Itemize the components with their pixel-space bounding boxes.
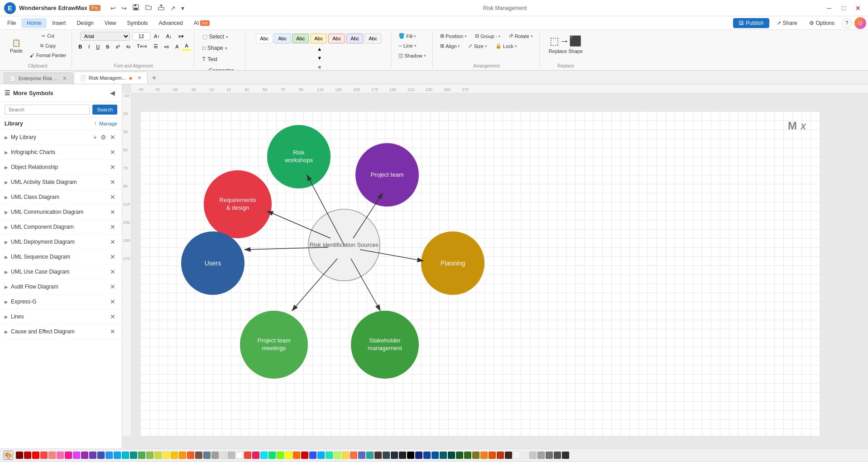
uml-deploy-close-btn[interactable]: ✕ bbox=[108, 237, 117, 246]
sidebar-item-uml-deployment[interactable]: ▶ UML Deployment Diagram ✕ bbox=[0, 235, 122, 250]
color-swatch[interactable] bbox=[472, 452, 480, 459]
help-button[interactable]: ? bbox=[842, 18, 852, 28]
maximize-button[interactable]: □ bbox=[837, 2, 850, 14]
cause-effect-close-btn[interactable]: ✕ bbox=[108, 327, 117, 336]
lock-button[interactable]: 🔒Lock▾ bbox=[492, 42, 521, 50]
underline-button[interactable]: U bbox=[93, 43, 102, 50]
color-swatch[interactable] bbox=[228, 452, 235, 459]
color-swatch[interactable] bbox=[374, 452, 382, 459]
tab-close-1[interactable]: ✕ bbox=[137, 75, 142, 81]
color-swatch[interactable] bbox=[537, 452, 545, 459]
menu-item-symbols[interactable]: Symbols bbox=[122, 18, 153, 28]
audit-close-btn[interactable]: ✕ bbox=[108, 282, 117, 291]
styles-expand-up[interactable]: ▲ bbox=[314, 45, 325, 53]
sidebar-item-uml-activity[interactable]: ▶ UML Activity State Diagram ✕ bbox=[0, 175, 122, 190]
redo-button[interactable]: ↪ bbox=[119, 3, 129, 14]
connector-tool-button[interactable]: ↝Connector▾ bbox=[198, 66, 242, 71]
color-swatch[interactable] bbox=[285, 452, 292, 459]
color-swatch[interactable] bbox=[464, 452, 471, 459]
color-swatch[interactable] bbox=[163, 452, 170, 459]
style-swatch-7[interactable]: Abc bbox=[364, 34, 381, 43]
node-stakeholder[interactable]: Stakeholdermanagement bbox=[351, 311, 419, 379]
color-swatch[interactable] bbox=[179, 452, 186, 459]
color-swatch[interactable] bbox=[342, 452, 349, 459]
menu-item-insert[interactable]: Insert bbox=[47, 18, 71, 28]
align-button[interactable]: ≡▾ bbox=[176, 33, 187, 40]
publish-button[interactable]: 🖫Publish bbox=[733, 18, 769, 28]
style-swatch-6[interactable]: Abc bbox=[346, 34, 363, 43]
bold-button[interactable]: B bbox=[76, 43, 85, 50]
color-swatch[interactable] bbox=[40, 452, 48, 459]
style-swatch-4[interactable]: Abc bbox=[310, 34, 327, 43]
line-button[interactable]: ─Line▾ bbox=[395, 42, 430, 50]
color-swatch[interactable] bbox=[73, 452, 80, 459]
color-swatch[interactable] bbox=[383, 452, 390, 459]
my-library-settings-btn[interactable]: ⚙ bbox=[99, 133, 108, 142]
color-swatch[interactable] bbox=[269, 452, 276, 459]
color-swatch[interactable] bbox=[252, 452, 259, 459]
color-swatch[interactable] bbox=[456, 452, 463, 459]
color-swatch[interactable] bbox=[16, 452, 23, 459]
infographic-close-btn[interactable]: ✕ bbox=[108, 148, 117, 157]
color-swatch[interactable] bbox=[32, 452, 39, 459]
tab-close-0[interactable]: ✕ bbox=[62, 75, 67, 82]
color-swatch[interactable] bbox=[407, 452, 414, 459]
color-swatch[interactable] bbox=[122, 452, 129, 459]
text-width-button[interactable]: T⟺ bbox=[134, 43, 150, 50]
color-swatch[interactable] bbox=[146, 452, 153, 459]
color-swatch[interactable] bbox=[334, 452, 341, 459]
share-icon-button[interactable]: ↗ bbox=[168, 3, 178, 14]
sidebar-item-infographic[interactable]: ▶ Infographic Charts ✕ bbox=[0, 145, 122, 160]
color-swatch[interactable] bbox=[154, 452, 162, 459]
color-swatch[interactable] bbox=[211, 452, 219, 459]
color-swatch[interactable] bbox=[97, 452, 105, 459]
font-size-down-button[interactable]: A↓ bbox=[163, 33, 175, 40]
node-center[interactable]: Risk identification Sources bbox=[308, 209, 380, 281]
position-button[interactable]: ⊞Position▾ bbox=[436, 32, 470, 40]
menu-item-design[interactable]: Design bbox=[71, 18, 99, 28]
style-swatch-5[interactable]: Abc bbox=[328, 34, 345, 43]
color-swatch[interactable] bbox=[415, 452, 422, 459]
color-swatch[interactable] bbox=[171, 452, 178, 459]
my-library-add-btn[interactable]: + bbox=[91, 133, 99, 142]
node-users[interactable]: Users bbox=[181, 231, 245, 295]
color-swatch[interactable] bbox=[326, 452, 333, 459]
subscript-button[interactable]: x₂ bbox=[124, 43, 134, 50]
uml-seq-close-btn[interactable]: ✕ bbox=[108, 252, 117, 261]
menu-item-view[interactable]: View bbox=[99, 18, 122, 28]
color-swatch[interactable] bbox=[130, 452, 137, 459]
tab-1[interactable]: 📄 Risk Managem... ● ✕ bbox=[74, 72, 148, 84]
format-painter-button[interactable]: 🖌Format Painter bbox=[27, 51, 69, 60]
italic-button[interactable]: I bbox=[86, 43, 92, 50]
color-picker-button[interactable]: 🎨 bbox=[4, 451, 13, 460]
node-project-meetings[interactable]: Project teammeetings bbox=[240, 311, 308, 379]
sidebar-item-uml-usecase[interactable]: ▶ UML Use Case Diagram ✕ bbox=[0, 265, 122, 279]
style-swatch-3[interactable]: Abc bbox=[292, 34, 309, 43]
sidebar-item-lines[interactable]: ▶ Lines ✕ bbox=[0, 309, 122, 324]
manage-button[interactable]: Manage bbox=[99, 121, 117, 126]
color-swatch[interactable] bbox=[220, 452, 227, 459]
color-swatch[interactable] bbox=[358, 452, 365, 459]
color-swatch[interactable] bbox=[448, 452, 455, 459]
rotate-button[interactable]: ↺Rotate▾ bbox=[505, 32, 536, 40]
color-swatch[interactable] bbox=[277, 452, 284, 459]
uml-comp-close-btn[interactable]: ✕ bbox=[108, 222, 117, 231]
color-swatch[interactable] bbox=[391, 452, 398, 459]
uml-activity-close-btn[interactable]: ✕ bbox=[108, 178, 117, 187]
sidebar-search-input[interactable] bbox=[5, 105, 90, 115]
copy-button[interactable]: ⧉Copy bbox=[27, 41, 69, 50]
menu-item-advanced[interactable]: Advanced bbox=[153, 18, 188, 28]
sidebar-item-audit[interactable]: ▶ Audit Flow Diagram ✕ bbox=[0, 279, 122, 294]
bullet-button[interactable]: •≡ bbox=[162, 43, 172, 50]
sidebar-item-uml-component[interactable]: ▶ UML Component Diagram ✕ bbox=[0, 220, 122, 235]
color-swatch[interactable] bbox=[366, 452, 374, 459]
color-swatch[interactable] bbox=[65, 452, 72, 459]
color-swatch[interactable] bbox=[317, 452, 325, 459]
color-swatch[interactable] bbox=[489, 452, 496, 459]
sidebar-item-uml-communication[interactable]: ▶ UML Communication Diagram ✕ bbox=[0, 205, 122, 220]
sidebar-item-uml-sequence[interactable]: ▶ UML Sequence Diagram ✕ bbox=[0, 250, 122, 265]
sidebar-item-my-library[interactable]: ▶ My Library + ⚙ ✕ bbox=[0, 130, 122, 145]
color-swatch[interactable] bbox=[521, 452, 528, 459]
object-rel-close-btn[interactable]: ✕ bbox=[108, 163, 117, 172]
color-swatch[interactable] bbox=[81, 452, 88, 459]
